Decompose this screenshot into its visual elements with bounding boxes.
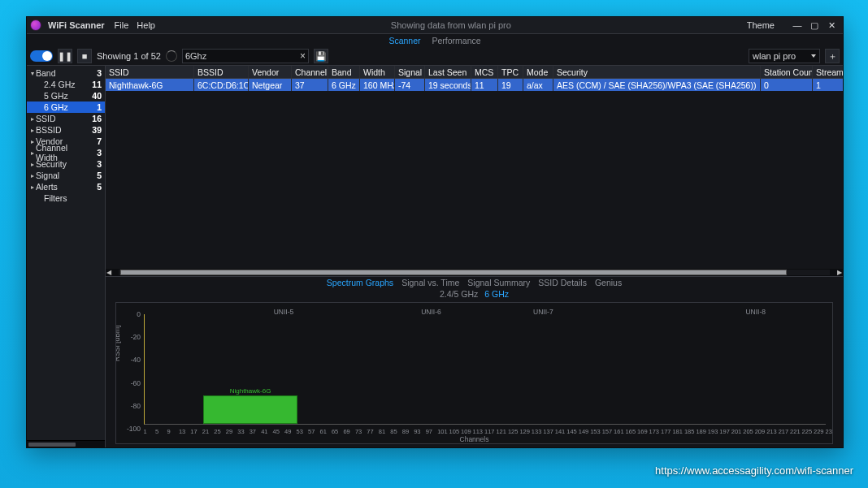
col-header[interactable]: Signal bbox=[395, 66, 425, 78]
sidebar-item[interactable]: Filters bbox=[27, 192, 105, 204]
cell: 11 bbox=[471, 79, 498, 91]
btab-ssid-details[interactable]: SSID Details bbox=[538, 278, 587, 287]
sidebar-item-label: Security bbox=[36, 159, 90, 169]
col-header[interactable]: Channel bbox=[292, 66, 328, 78]
cell: AES (CCM) / SAE (SHA256)/WPA3 (SAE (SHA2… bbox=[553, 79, 761, 91]
cell: a/ax bbox=[523, 79, 553, 91]
menu-file[interactable]: File bbox=[115, 20, 129, 30]
theme-label[interactable]: Theme bbox=[747, 20, 775, 30]
close-icon[interactable]: ✕ bbox=[823, 19, 840, 31]
btab-signal-summary[interactable]: Signal Summary bbox=[467, 278, 530, 287]
sidebar-hscroll[interactable] bbox=[27, 440, 105, 447]
expand-icon: ▸ bbox=[30, 161, 34, 168]
adapter-select[interactable]: wlan pi pro bbox=[749, 49, 820, 63]
subtab-2-5ghz[interactable]: 2.4/5 GHz bbox=[440, 289, 478, 299]
sidebar-item-count: 11 bbox=[90, 80, 102, 89]
col-header[interactable]: Band bbox=[328, 66, 360, 78]
sidebar-item[interactable]: ▸Security3 bbox=[27, 158, 105, 170]
expand-icon: ▸ bbox=[30, 172, 34, 179]
tab-performance[interactable]: Performance bbox=[432, 36, 481, 45]
subtab-6ghz[interactable]: 6 GHz bbox=[484, 289, 509, 299]
titlebar: WiFi Scanner File Help Showing data from… bbox=[27, 17, 843, 34]
menu-help[interactable]: Help bbox=[137, 20, 155, 30]
sidebar-item-count: 5 bbox=[90, 182, 102, 192]
sidebar-item-count: 40 bbox=[90, 91, 102, 101]
expand-icon: ▸ bbox=[30, 184, 34, 191]
cell: 160 MHz bbox=[360, 79, 395, 91]
sidebar-item[interactable]: ▾Band3 bbox=[27, 67, 105, 79]
sidebar-item-label: 5 GHz bbox=[44, 91, 90, 101]
bottom-panel: Spectrum Graphs Signal vs. Time Signal S… bbox=[106, 277, 843, 447]
table-hscroll[interactable]: ◀▶ bbox=[106, 269, 843, 276]
col-header[interactable]: Vendor bbox=[249, 66, 292, 78]
cell: 19 seconds ago bbox=[425, 79, 471, 91]
sidebar-item-count: 1 bbox=[90, 102, 102, 112]
btab-genius[interactable]: Genius bbox=[595, 278, 622, 287]
bottom-tabs: Spectrum Graphs Signal vs. Time Signal S… bbox=[106, 277, 843, 288]
cell: Netgear bbox=[249, 79, 292, 91]
col-header[interactable]: Mode bbox=[523, 66, 553, 78]
btab-signal-time[interactable]: Signal vs. Time bbox=[401, 278, 459, 287]
col-header[interactable]: MCS bbox=[471, 66, 498, 78]
table-row[interactable]: Nighthawk-6G6C:CD:D6:1C:FF:A5Netgear376 … bbox=[106, 79, 843, 91]
expand-icon: ▸ bbox=[30, 115, 34, 123]
btab-spectrum[interactable]: Spectrum Graphs bbox=[327, 278, 393, 287]
col-header[interactable]: Width bbox=[360, 66, 395, 78]
filter-input-wrap: × bbox=[182, 49, 309, 63]
x-axis-label: Channels bbox=[116, 435, 832, 443]
sidebar-item[interactable]: ▸BSSID39 bbox=[27, 124, 105, 136]
sidebar-item-label: SSID bbox=[36, 114, 90, 123]
stop-button[interactable]: ■ bbox=[77, 49, 92, 63]
sidebar-item[interactable]: ▸Alerts5 bbox=[27, 181, 105, 192]
cell: -74 bbox=[395, 79, 425, 91]
source-watermark: https://www.accessagility.com/wifi-scann… bbox=[655, 464, 853, 477]
app-logo-icon bbox=[30, 19, 41, 31]
filter-input[interactable] bbox=[185, 51, 275, 61]
sidebar-item[interactable]: 6 GHz1 bbox=[27, 101, 105, 113]
col-header[interactable]: Security bbox=[553, 66, 761, 78]
col-header[interactable]: BSSID bbox=[194, 66, 249, 78]
expand-icon: ▸ bbox=[30, 127, 34, 134]
tab-scanner[interactable]: Scanner bbox=[388, 36, 420, 45]
sidebar: ▾Band32.4 GHz115 GHz406 GHz1▸SSID16▸BSSI… bbox=[27, 66, 106, 447]
add-adapter-button[interactable]: ＋ bbox=[825, 49, 840, 63]
clear-filter-icon[interactable]: × bbox=[300, 51, 306, 61]
cell: 1 bbox=[813, 79, 843, 91]
chevron-down-icon bbox=[811, 54, 816, 58]
save-icon: 💾 bbox=[315, 51, 327, 62]
pause-icon: ❚❚ bbox=[58, 51, 72, 62]
col-header[interactable]: Streams bbox=[813, 66, 843, 78]
sidebar-item-label: BSSID bbox=[36, 125, 90, 135]
maximize-icon[interactable]: ▢ bbox=[806, 19, 822, 31]
sidebar-item-label: Filters bbox=[44, 193, 90, 203]
sidebar-item-count: 16 bbox=[90, 114, 102, 123]
sidebar-item-count: 39 bbox=[90, 125, 102, 135]
table-header: SSIDBSSIDVendorChannelBandWidthSignalLas… bbox=[106, 66, 843, 79]
sidebar-item[interactable]: ▸Channel Width3 bbox=[27, 147, 105, 158]
col-header[interactable]: TPC bbox=[498, 66, 523, 78]
sidebar-item-count: 3 bbox=[90, 68, 102, 78]
sidebar-item[interactable]: 2.4 GHz11 bbox=[27, 79, 105, 90]
sidebar-item[interactable]: ▸Signal5 bbox=[27, 170, 105, 181]
cell: 37 bbox=[292, 79, 328, 91]
expand-icon: ▸ bbox=[30, 138, 34, 145]
scan-toggle[interactable] bbox=[30, 50, 53, 62]
col-header[interactable]: Last Seen bbox=[425, 66, 471, 78]
pause-button[interactable]: ❚❚ bbox=[58, 49, 72, 63]
y-axis-label: RSSI [dBm] bbox=[115, 326, 121, 361]
content-area: SSIDBSSIDVendorChannelBandWidthSignalLas… bbox=[106, 66, 843, 447]
y-axis: 0-20-40-60-80-100 bbox=[123, 314, 142, 429]
page-tabs: Scanner Performance bbox=[27, 34, 843, 47]
minimize-icon[interactable]: — bbox=[789, 19, 805, 31]
cell: 6C:CD:D6:1C:FF:A5 bbox=[194, 79, 249, 91]
cell: 0 bbox=[761, 79, 813, 91]
cell: Nighthawk-6G bbox=[106, 79, 194, 91]
sidebar-item[interactable]: ▸SSID16 bbox=[27, 113, 105, 124]
spectrum-bar[interactable] bbox=[203, 395, 297, 424]
expand-icon: ▸ bbox=[30, 149, 34, 157]
col-header[interactable]: SSID bbox=[106, 66, 194, 78]
sidebar-item-label: Signal bbox=[36, 171, 90, 180]
sidebar-item[interactable]: 5 GHz40 bbox=[27, 90, 105, 101]
col-header[interactable]: Station Count bbox=[761, 66, 813, 78]
save-button[interactable]: 💾 bbox=[314, 49, 328, 63]
